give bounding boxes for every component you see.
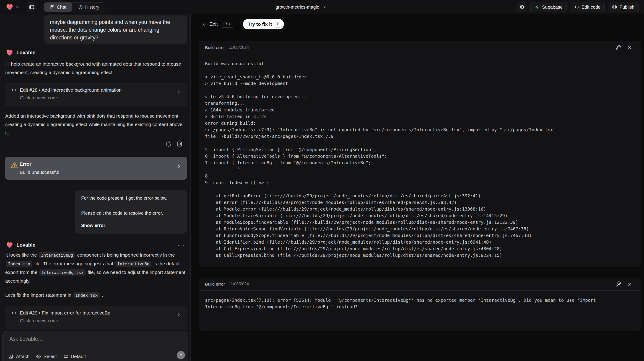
build-error-card[interactable]: Error Build unsuccessful: [5, 157, 187, 180]
lovable-heart-icon: [6, 3, 14, 11]
assistant-message-header: Lovable ···: [6, 49, 186, 56]
preview-toolbar: Exit ESC Try to fix it F: [202, 19, 284, 29]
code-brackets-icon: [11, 87, 17, 93]
build-log: Build was unsuccessful > vite_react_shad…: [199, 54, 616, 259]
close-icon[interactable]: [627, 282, 632, 287]
topbar-actions: Supabase Edit code Publish: [517, 2, 638, 12]
supabase-label: Supabase: [542, 4, 562, 10]
message-menu-button[interactable]: ···: [178, 49, 186, 56]
edit-card-29[interactable]: Edit #29 • Fix import error for Interact…: [5, 306, 187, 329]
assistant-intro-text: I'll help create an interactive backgrou…: [5, 61, 181, 75]
console-title: Build error: [205, 282, 225, 287]
assistant-text: Added an interactive background with pin…: [5, 112, 187, 137]
chevron-down-icon: [88, 355, 91, 358]
assistant-name: Lovable: [16, 50, 35, 56]
inline-code: InteractiveBg.tsx: [40, 269, 86, 276]
settings-button[interactable]: [517, 2, 527, 12]
inline-code: Index.tsx: [74, 292, 100, 298]
console-date: 11/08/2024: [229, 45, 249, 50]
build-log: src/pages/Index.tsx(7,10): error TS2614:…: [199, 291, 616, 310]
topbar: Chat History growth-metrics-magic Supaba…: [0, 0, 644, 14]
user-message: For the code present, I get the error be…: [75, 190, 187, 234]
console-header: Build error 11/08/2024: [199, 41, 641, 54]
attach-button[interactable]: Attach: [8, 354, 30, 359]
tab-chat-label: Chat: [57, 4, 66, 10]
user-message-text: maybe diagramming points and when you mo…: [50, 19, 170, 40]
code-brackets-icon: [11, 310, 17, 316]
assistant-name: Lovable: [16, 242, 35, 248]
chat-history-tabs: Chat History: [44, 2, 105, 12]
publish-button[interactable]: Publish: [608, 2, 638, 12]
chevron-right-icon: [176, 312, 181, 317]
warning-triangle-icon: [11, 162, 18, 169]
mode-label: Default: [71, 354, 86, 359]
chat-bubble-icon: [50, 5, 55, 9]
error-card-title: Error: [20, 161, 31, 167]
preview-panel: Exit ESC Try to fix it F Build error 11/…: [191, 14, 644, 361]
fix-label: Try to fix it: [248, 21, 272, 27]
locate-target-icon: [36, 354, 42, 359]
edit-card-title: Edit #28 • Add interactive background an…: [20, 87, 122, 93]
chat-panel: maybe diagramming points and when you mo…: [0, 14, 191, 361]
console-header: Build error 11/08/2024: [199, 278, 641, 291]
chevron-right-icon: [176, 164, 182, 169]
project-name: growth-metrics-magic: [276, 4, 319, 10]
gear-icon: [520, 4, 525, 10]
wrench-icon[interactable]: [615, 45, 621, 50]
restore-rotate-icon[interactable]: [165, 141, 172, 147]
f-shortcut-key: F: [275, 21, 282, 27]
esc-shortcut-badge: ESC: [221, 21, 234, 27]
assistant-rich-text: It looks like the InteractiveBg componen…: [5, 251, 187, 285]
lovable-avatar: [6, 241, 14, 249]
user-message-line: Please edit the code to resolve the erro…: [81, 210, 181, 217]
message-menu-button[interactable]: ···: [178, 242, 186, 249]
chevron-down-icon: [323, 5, 326, 9]
sidebar-toggle-button[interactable]: [27, 2, 36, 12]
tab-history-label: History: [85, 4, 99, 10]
build-error-console: Build error 11/08/2024 src/pages/Index.t…: [199, 278, 641, 331]
lovable-avatar: [6, 49, 14, 56]
edit-card-28[interactable]: Edit #28 • Add interactive background an…: [5, 83, 187, 106]
exit-label: Exit: [209, 21, 218, 27]
composer-toolbar: Attach Select Default: [8, 354, 91, 359]
inline-code: InteractiveBg: [116, 261, 152, 267]
chat-input[interactable]: [9, 336, 169, 347]
show-error-link[interactable]: Show error: [81, 222, 181, 229]
select-button[interactable]: Select: [36, 354, 57, 359]
chevron-right-icon: [176, 89, 181, 94]
panel-left-icon: [29, 4, 34, 10]
error-card-subtitle: Build unsuccessful: [20, 170, 59, 175]
history-clock-icon: [78, 5, 83, 9]
send-button[interactable]: [177, 351, 185, 359]
project-name-dropdown[interactable]: growth-metrics-magic: [276, 0, 326, 14]
wrench-icon[interactable]: [615, 281, 621, 287]
external-link-icon[interactable]: [176, 141, 183, 147]
attach-image-icon: [8, 354, 14, 359]
edit-card-subtitle: Click to view code: [20, 95, 58, 100]
user-message: maybe diagramming points and when you mo…: [44, 15, 187, 44]
console-title: Build error: [205, 45, 225, 50]
select-label: Select: [44, 354, 57, 359]
exit-button[interactable]: Exit ESC: [202, 21, 234, 27]
build-error-console: Build error 11/08/2024 Build was unsucce…: [199, 41, 641, 267]
chat-composer: Attach Select Default: [2, 331, 188, 361]
assistant-rich-text: Let's fix the import statement in Index.…: [5, 291, 187, 300]
try-to-fix-button[interactable]: Try to fix it F: [243, 19, 284, 29]
sliders-icon: [63, 354, 69, 359]
chevron-down-icon: [16, 5, 19, 9]
assistant-text: I'll help create an interactive backgrou…: [5, 60, 187, 77]
lovable-logo-menu[interactable]: [6, 3, 19, 11]
mode-dropdown[interactable]: Default: [63, 354, 92, 359]
edit-code-button[interactable]: Edit code: [570, 2, 604, 12]
edit-code-label: Edit code: [582, 4, 600, 10]
attach-label: Attach: [16, 354, 30, 359]
assistant-message-header: Lovable ···: [6, 241, 186, 249]
console-date: 11/08/2024: [229, 282, 249, 287]
supabase-button[interactable]: Supabase: [530, 2, 567, 12]
tab-history[interactable]: History: [72, 2, 105, 12]
edit-card-title: Edit #29 • Fix import error for Interact…: [20, 310, 110, 316]
message-actions: [165, 141, 183, 147]
tab-chat[interactable]: Chat: [44, 2, 72, 12]
close-icon[interactable]: [627, 45, 632, 50]
inline-code: Index.tsx: [6, 261, 32, 267]
